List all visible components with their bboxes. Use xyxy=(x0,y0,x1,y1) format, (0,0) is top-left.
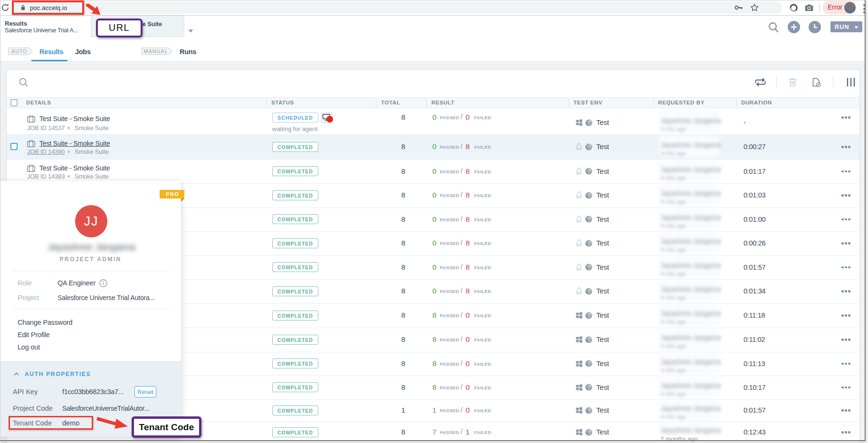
svg-text:MANUAL: MANUAL xyxy=(144,48,168,54)
svg-text:AUTO: AUTO xyxy=(11,48,28,54)
